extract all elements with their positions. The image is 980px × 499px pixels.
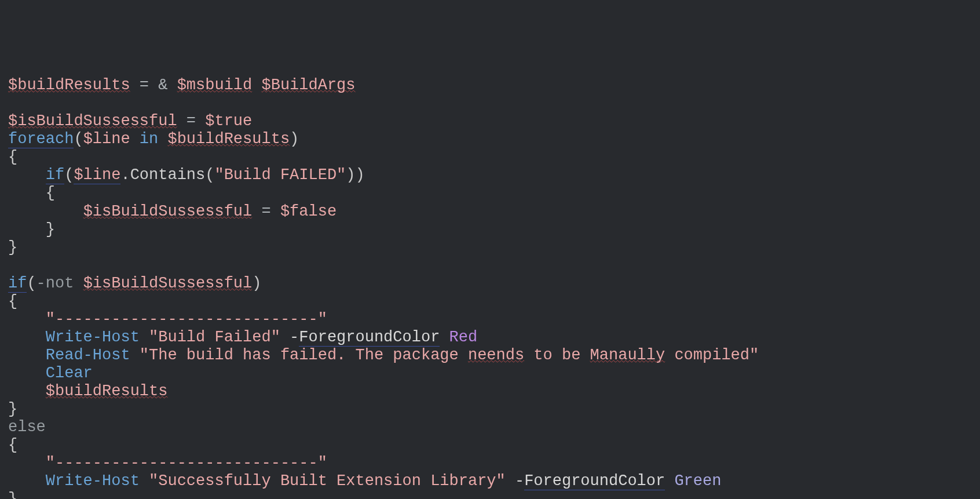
code-token — [252, 203, 261, 220]
code-line[interactable]: Write-Host "Successfully Built Extension… — [8, 472, 972, 490]
code-token: Green — [674, 472, 721, 490]
code-token: "----------------------------" — [46, 311, 327, 328]
code-token: ( — [205, 166, 214, 184]
code-token: $buildResults — [46, 383, 168, 400]
code-token: = — [261, 203, 270, 220]
code-token — [8, 454, 46, 472]
code-line[interactable]: } — [8, 221, 972, 239]
code-token: $isBuildSussessful — [83, 203, 253, 220]
code-line[interactable]: $buildResults = & $msbuild $BuildArgs — [8, 77, 972, 94]
code-token: "Build FAILED" — [214, 166, 346, 184]
code-token: { — [8, 293, 17, 310]
code-token: Write-Host — [46, 329, 140, 346]
code-token: Red — [449, 329, 478, 346]
code-block[interactable]: $buildResults = & $msbuild $BuildArgs $i… — [8, 77, 972, 499]
code-token — [665, 472, 674, 490]
code-editor[interactable]: { "lines": [ [ {"t":"$buildResults","c":… — [0, 0, 980, 499]
code-line[interactable]: if($line.Contains("Build FAILED")) — [8, 166, 972, 184]
code-line[interactable]: { — [8, 293, 972, 311]
code-token — [140, 472, 149, 490]
code-token: "Successfully Built Extension Library" — [149, 472, 506, 490]
code-token: Clear — [46, 365, 93, 382]
code-line[interactable] — [8, 94, 972, 112]
code-token: $false — [280, 203, 337, 220]
code-token — [506, 472, 515, 490]
code-token: . — [120, 166, 130, 184]
code-token: } — [8, 490, 17, 499]
code-token: ( — [27, 275, 36, 292]
code-token: ( — [74, 130, 83, 148]
code-token — [271, 203, 280, 220]
code-token — [140, 329, 149, 346]
code-token — [74, 275, 83, 292]
code-token — [8, 347, 46, 364]
code-line[interactable]: $isBuildSussessful = $false — [8, 203, 972, 221]
code-token: neends — [468, 347, 524, 364]
code-token: "The build has failed. The package — [140, 347, 468, 364]
code-token: foreach — [8, 130, 74, 148]
code-token: ForegroundColor — [299, 329, 440, 347]
code-token: { — [8, 148, 17, 166]
code-line[interactable]: foreach($line in $buildResults) — [8, 130, 972, 148]
code-line[interactable]: } — [8, 490, 972, 499]
code-token: in — [140, 130, 158, 148]
code-token: ) — [252, 275, 261, 292]
code-token: { — [8, 184, 55, 202]
code-token: Read-Host — [46, 347, 130, 364]
code-token: - — [290, 329, 299, 346]
code-line[interactable]: Clear — [8, 365, 972, 383]
code-line[interactable]: } — [8, 400, 972, 418]
code-token — [167, 77, 177, 94]
code-line[interactable]: { — [8, 148, 972, 166]
code-token: if — [8, 275, 27, 293]
code-token: } — [8, 221, 55, 238]
code-token: )) — [346, 166, 364, 184]
code-token: { — [8, 436, 17, 454]
code-token: "----------------------------" — [46, 454, 327, 472]
code-token — [8, 383, 46, 400]
code-token — [8, 329, 46, 346]
code-line[interactable]: "----------------------------" — [8, 454, 972, 472]
code-token: $isBuildSussessful — [83, 275, 253, 292]
code-token: Contains — [130, 166, 206, 184]
code-token: $buildResults — [8, 77, 130, 94]
code-token: -not — [36, 275, 74, 292]
code-token: $true — [205, 112, 252, 130]
code-line[interactable]: $buildResults — [8, 383, 972, 400]
code-token: - — [515, 472, 524, 490]
code-line[interactable]: Write-Host "Build Failed" -ForegroundCol… — [8, 329, 972, 347]
code-token — [8, 472, 46, 490]
code-line[interactable]: else — [8, 418, 972, 436]
code-line[interactable]: { — [8, 436, 972, 454]
code-token: $BuildArgs — [261, 77, 355, 94]
code-token: else — [8, 418, 46, 436]
code-token: to be — [524, 347, 590, 364]
code-token: & — [158, 77, 167, 94]
code-token: $buildResults — [167, 130, 290, 148]
code-line[interactable]: $isBuildSussessful = $true — [8, 112, 972, 130]
code-token: $isBuildSussessful — [8, 112, 177, 130]
code-token: } — [8, 400, 17, 418]
code-line[interactable]: { — [8, 184, 972, 202]
code-line[interactable]: } — [8, 239, 972, 257]
code-token — [440, 329, 449, 346]
code-token: ) — [290, 130, 299, 148]
code-token — [130, 347, 140, 364]
code-token — [8, 311, 46, 328]
code-token: $line — [83, 130, 130, 148]
code-token — [149, 77, 158, 94]
code-token — [8, 166, 46, 184]
code-line[interactable]: Read-Host "The build has failed. The pac… — [8, 347, 972, 365]
code-token: = — [140, 77, 149, 94]
code-token: $line — [74, 166, 120, 184]
code-token: Write-Host — [46, 472, 140, 490]
code-line[interactable]: if(-not $isBuildSussessful) — [8, 275, 972, 293]
code-token — [130, 130, 140, 148]
code-token: = — [187, 112, 196, 130]
code-token — [196, 112, 205, 130]
code-token — [158, 130, 167, 148]
code-line[interactable]: "----------------------------" — [8, 311, 972, 329]
code-token: ( — [64, 166, 74, 184]
code-line[interactable] — [8, 257, 972, 275]
code-token: $msbuild — [177, 77, 253, 94]
